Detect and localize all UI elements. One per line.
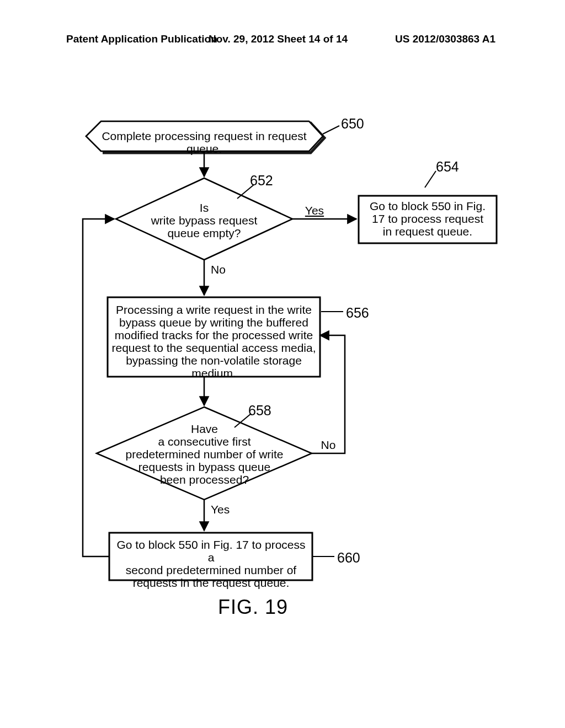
- ref-652: 652: [250, 173, 273, 189]
- ref-656: 656: [346, 305, 369, 321]
- d1-yes: Yes: [301, 204, 328, 217]
- ref-654: 654: [436, 159, 459, 175]
- svg-line-5: [323, 126, 339, 134]
- d2-yes: Yes: [211, 503, 238, 516]
- box660-text: Go to block 550 in Fig. 17 to process a …: [113, 538, 309, 589]
- d2-no: No: [317, 438, 339, 451]
- ref-658: 658: [248, 403, 271, 419]
- decision2-text: Have a consecutive first predetermined n…: [123, 422, 286, 486]
- box654-text: Go to block 550 in Fig. 17 to process re…: [361, 200, 494, 238]
- figure-label: FIG. 19: [218, 596, 288, 619]
- ref-660: 660: [337, 550, 360, 566]
- decision1-text: Is write bypass request queue empty?: [143, 201, 265, 239]
- ref-650: 650: [341, 116, 364, 132]
- start-text: Complete processing request in request q…: [99, 130, 309, 155]
- box656-text: Processing a write request in the write …: [110, 303, 317, 380]
- d1-no: No: [211, 263, 233, 276]
- svg-line-7: [425, 171, 436, 188]
